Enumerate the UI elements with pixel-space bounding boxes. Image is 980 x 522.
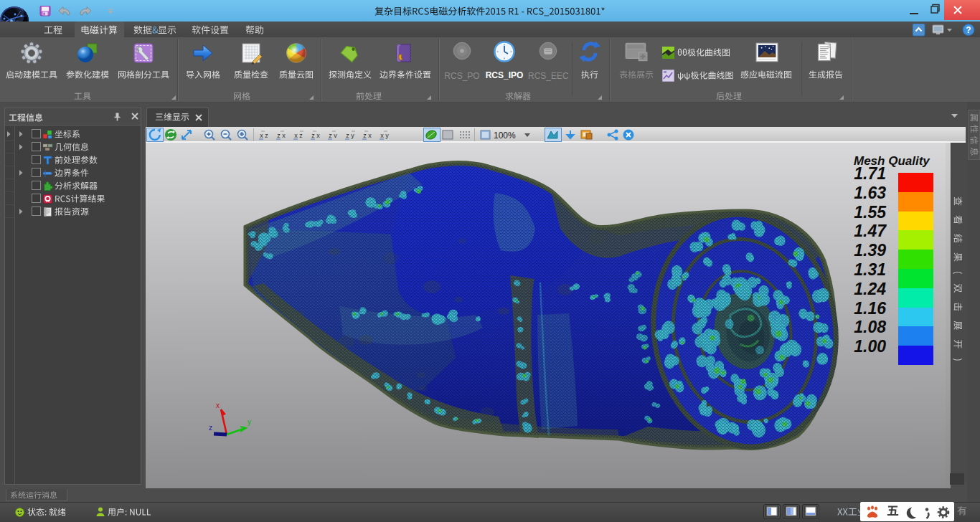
svg-text:z x: z x (311, 132, 320, 139)
svg-text:z y: z y (346, 132, 354, 139)
svg-text:z x: z x (277, 132, 286, 139)
svg-text:?: ? (966, 25, 971, 35)
svg-text:x y: x y (380, 132, 389, 139)
svg-text:x: x (216, 402, 220, 409)
svg-text:y: y (248, 418, 251, 426)
svg-text:z: z (209, 424, 212, 432)
svg-text:x z: x z (294, 132, 303, 139)
svg-text:z v: z v (329, 132, 337, 139)
svg-text:z x: z x (363, 132, 372, 139)
svg-text:x z: x z (260, 132, 268, 139)
